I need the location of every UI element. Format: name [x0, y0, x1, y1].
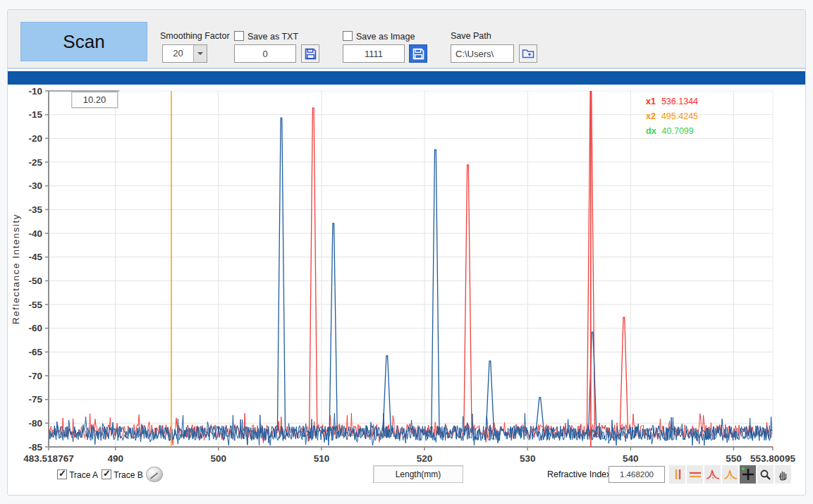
svg-text:-80: -80	[28, 418, 42, 429]
trace-a-peak	[277, 118, 285, 431]
browse-path-button[interactable]	[519, 44, 537, 63]
y-axis-title: Reflectance Intensity	[11, 214, 21, 324]
save-as-txt-label: Save as TXT	[247, 32, 298, 42]
refractive-index-label: Refractive Index	[547, 469, 611, 479]
trace-b-peak	[310, 108, 317, 429]
svg-text:-40: -40	[28, 228, 42, 239]
operate-tool-icon[interactable]	[146, 467, 163, 482]
vertical-cursors-icon	[672, 469, 683, 480]
svg-text:-25: -25	[28, 157, 42, 168]
cursor-x2-readout: x2495.4245	[646, 109, 698, 124]
svg-text:-45: -45	[28, 252, 42, 262]
folder-plus-icon	[522, 48, 534, 59]
scan-button[interactable]: Scan	[20, 22, 147, 61]
cursor-x1-readout: x1536.1344	[646, 94, 698, 109]
graph-palette	[669, 465, 791, 484]
chevron-down-icon	[193, 45, 207, 62]
trace-a-label: Trace A	[69, 470, 98, 480]
cursor-dx-readout: dx40.7099	[646, 124, 698, 139]
cursor-readout-indicator: 10.20	[71, 92, 118, 108]
save-as-txt-checkbox[interactable]	[234, 31, 244, 41]
txt-filename-field[interactable]: 0	[234, 44, 296, 63]
save-path-label: Save Path	[451, 31, 491, 41]
reflectance-chart[interactable]: -10-15-20-25-30-35-40-45-50-55-60-65-70-…	[8, 84, 807, 468]
trace-b-peak	[620, 317, 628, 429]
smoothing-factor-value: 20	[163, 45, 193, 62]
svg-text:-15: -15	[28, 109, 42, 120]
svg-text:-20: -20	[28, 133, 42, 144]
trace-a-checkbox-row[interactable]: Trace A	[57, 469, 98, 480]
cursor-legend: x1536.1344 x2495.4245 dx40.7099	[646, 94, 698, 139]
bottom-controls: Trace A Trace B Length(mm) Refractive In…	[8, 461, 805, 496]
horizontal-cursors-button[interactable]	[687, 465, 703, 484]
trace-b-checkbox[interactable]	[102, 469, 111, 479]
smoothing-factor-label: Smoothing Factor	[160, 31, 230, 41]
peak-orange-icon	[723, 468, 738, 481]
svg-text:-85: -85	[28, 442, 42, 453]
refractive-index-field[interactable]: 1.468200	[609, 466, 665, 483]
save-as-image-checkbox[interactable]	[343, 31, 353, 41]
save-as-image-label: Save as Image	[356, 32, 415, 42]
peak-search-red-button[interactable]	[704, 465, 721, 484]
trace-b-checkbox-row[interactable]: Trace B	[102, 469, 143, 480]
vertical-cursors-button[interactable]	[669, 465, 685, 484]
toolbar: Scan Smoothing Factor 20 Save as TXT 0 S…	[8, 10, 805, 69]
svg-text:-35: -35	[28, 204, 42, 215]
svg-text:-70: -70	[28, 371, 42, 381]
trace-a-checkbox[interactable]	[57, 469, 67, 479]
app-window: Scan Smoothing Factor 20 Save as TXT 0 S…	[7, 9, 806, 496]
x-axis-title: Length(mm)	[373, 465, 463, 483]
save-as-txt-checkbox-row[interactable]: Save as TXT	[234, 31, 298, 42]
peak-search-orange-button[interactable]	[722, 465, 738, 484]
svg-text:-75: -75	[28, 394, 42, 405]
smoothing-factor-dropdown[interactable]: 20	[162, 44, 207, 63]
divider-bar	[8, 71, 805, 85]
chart-area: -10-15-20-25-30-35-40-45-50-55-60-65-70-…	[8, 84, 807, 468]
peak-red-icon	[706, 468, 720, 481]
svg-text:-50: -50	[28, 276, 42, 286]
magnifier-icon	[759, 469, 771, 481]
save-as-image-checkbox-row[interactable]: Save as Image	[343, 31, 415, 42]
zoom-tool-button[interactable]	[757, 465, 774, 484]
svg-text:-65: -65	[28, 347, 42, 357]
horizontal-cursors-icon	[689, 469, 702, 480]
trace-b-peak	[464, 165, 472, 429]
trace-a-peak	[383, 356, 391, 431]
svg-text:-10: -10	[28, 86, 42, 97]
pan-tool-button[interactable]	[775, 465, 791, 484]
cursor-readout-value: 10.20	[83, 94, 106, 105]
trace-b-label: Trace B	[114, 470, 143, 480]
save-image-button[interactable]	[409, 44, 427, 63]
floppy-disk-icon	[305, 48, 317, 60]
save-txt-button[interactable]	[301, 44, 319, 63]
crosshair-tool-button[interactable]	[740, 465, 756, 484]
image-filename-field[interactable]: 1111	[343, 44, 405, 63]
trace-a-peak	[432, 150, 439, 431]
trace-a-peak	[589, 332, 597, 431]
hand-icon	[777, 469, 789, 481]
svg-text:-30: -30	[28, 180, 42, 191]
save-path-field[interactable]: C:\Users\	[451, 44, 514, 63]
svg-text:-60: -60	[28, 323, 42, 333]
active-dot	[742, 467, 745, 470]
floppy-disk-icon	[412, 48, 424, 60]
svg-text:-55: -55	[28, 300, 42, 310]
